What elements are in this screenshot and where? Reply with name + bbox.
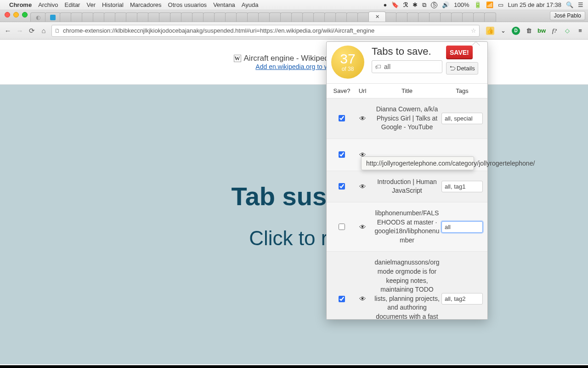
browser-tab[interactable] [236, 12, 248, 22]
browser-tab[interactable] [396, 12, 408, 22]
bookmark-icon[interactable]: 🔖 [391, 1, 399, 8]
preview-icon[interactable]: 👁 [352, 183, 373, 190]
clock[interactable]: Lun 25 de abr 17:38 [508, 1, 561, 8]
save-checkbox[interactable] [339, 151, 345, 158]
menubar-item[interactable]: Otros usuarios [168, 1, 207, 8]
pocket-icon[interactable]: ⌄ [499, 27, 507, 35]
bookmark-star-icon[interactable]: ☆ [471, 27, 476, 34]
close-window-button[interactable] [5, 12, 10, 17]
extension-icon[interactable]: ◇ [563, 27, 571, 35]
minimize-window-button[interactable] [13, 12, 19, 17]
browser-tab[interactable] [45, 12, 61, 22]
browser-tab[interactable] [82, 12, 94, 22]
skype-icon[interactable]: S [431, 2, 437, 8]
browser-tab[interactable]: ◐ [30, 12, 46, 22]
close-tab-icon[interactable]: ✕ [375, 14, 379, 20]
profile-badge[interactable]: José Pablo [550, 11, 585, 20]
status-icon[interactable]: ℛ [403, 1, 408, 9]
extension-icon[interactable]: bw [537, 27, 546, 35]
menubar-item[interactable]: Ayuda [242, 1, 259, 8]
status-icon[interactable]: ● [384, 1, 387, 8]
menubar-item[interactable]: Archivo [38, 1, 58, 8]
tab-tags-input[interactable]: all, tag1 [441, 181, 483, 192]
spotlight-icon[interactable]: 🔍 [566, 1, 573, 8]
browser-tab[interactable] [313, 12, 325, 22]
omnibox[interactable]: 🗋 chrome-extension://klbibkeccnjlkjkiokj… [51, 25, 480, 37]
browser-tab[interactable] [335, 12, 347, 22]
preview-icon[interactable]: 👁 [352, 295, 373, 303]
back-button[interactable]: ← [4, 27, 12, 34]
browser-tab[interactable] [60, 12, 72, 22]
menubar-item[interactable]: Marcadores [130, 1, 162, 8]
save-checkbox[interactable] [339, 183, 345, 190]
browser-tab[interactable] [148, 12, 160, 22]
browser-tab[interactable] [302, 12, 314, 22]
browser-tab[interactable] [462, 12, 474, 22]
reload-button[interactable]: ⟳ [28, 27, 36, 35]
tab-tags-input[interactable]: all, tag2 [441, 293, 483, 305]
browser-tab[interactable] [181, 12, 193, 22]
save-checkbox[interactable] [339, 224, 345, 230]
preview-icon[interactable]: 👁 [352, 223, 373, 231]
browser-tab[interactable] [170, 12, 182, 22]
browser-tab[interactable] [71, 12, 83, 22]
tag-input[interactable]: 🏷 [372, 60, 442, 73]
tag-field[interactable] [384, 63, 439, 70]
dropbox-icon[interactable]: ⧉ [422, 1, 426, 9]
browser-tab[interactable] [385, 12, 397, 22]
browser-tab-active[interactable]: ✕ [368, 12, 386, 22]
browser-tab[interactable] [93, 12, 105, 22]
browser-tab[interactable] [159, 12, 171, 22]
browser-tab[interactable] [418, 12, 430, 22]
extension-icon[interactable]: f? [550, 27, 559, 35]
notification-center-icon[interactable]: ☰ [578, 1, 583, 8]
suspended-body[interactable]: Tab suspe Click to re [0, 85, 588, 364]
browser-tab[interactable] [104, 12, 116, 22]
wifi-icon[interactable]: 📶 [486, 1, 493, 8]
zoom-window-button[interactable] [22, 12, 28, 17]
home-button[interactable]: ⌂ [40, 27, 48, 34]
browser-tab[interactable] [451, 12, 463, 22]
browser-tab[interactable] [269, 12, 281, 22]
browser-tab[interactable] [357, 12, 369, 22]
browser-tab[interactable] [126, 12, 138, 22]
whitelist-link[interactable]: Add en.wikipedia.org to wh [255, 63, 332, 70]
menubar-item[interactable]: Historial [102, 1, 124, 8]
tab-tags-input[interactable]: all [441, 221, 483, 233]
volume-icon[interactable]: 🔊 [442, 1, 449, 8]
save-checkbox[interactable] [339, 296, 345, 302]
evernote-icon[interactable]: ✱ [413, 1, 418, 8]
browser-tab[interactable] [346, 12, 358, 22]
browser-tab[interactable] [225, 12, 237, 22]
save-checkbox[interactable] [339, 115, 345, 121]
extension-icon[interactable]: D [512, 27, 520, 35]
save-button[interactable]: SAVE! [446, 46, 473, 59]
browser-tab[interactable] [247, 12, 259, 22]
tab-tags-input[interactable]: all, special [441, 113, 483, 124]
browser-tab[interactable] [291, 12, 303, 22]
browser-tab[interactable] [115, 12, 127, 22]
browser-tab[interactable] [440, 12, 452, 22]
menubar-item[interactable]: Ventana [213, 1, 235, 8]
browser-tab[interactable] [324, 12, 336, 22]
menubar-item[interactable]: Ver [86, 1, 96, 8]
browser-tab[interactable] [137, 12, 149, 22]
browser-tab[interactable] [280, 12, 292, 22]
chrome-menu-icon[interactable]: ≡ [576, 27, 584, 35]
display-icon[interactable]: ▭ [498, 1, 503, 8]
browser-tab[interactable] [484, 12, 496, 22]
battery-percent[interactable]: 100% [454, 1, 469, 8]
browser-tab[interactable] [214, 12, 226, 22]
menubar-item[interactable]: Editar [64, 1, 80, 8]
battery-icon[interactable]: 🔋 [474, 1, 481, 8]
browser-tab[interactable] [258, 12, 270, 22]
browser-tab[interactable] [429, 12, 441, 22]
browser-tab[interactable] [407, 12, 419, 22]
preview-icon[interactable]: 👁 [352, 115, 373, 122]
menubar-app[interactable]: Chrome [9, 1, 32, 8]
browser-tab[interactable] [192, 12, 204, 22]
details-button[interactable]: ⮌ Details [446, 62, 478, 75]
browser-tab[interactable] [203, 12, 215, 22]
browser-tab[interactable] [473, 12, 485, 22]
extension-icon[interactable]: 🗑 [525, 27, 533, 35]
